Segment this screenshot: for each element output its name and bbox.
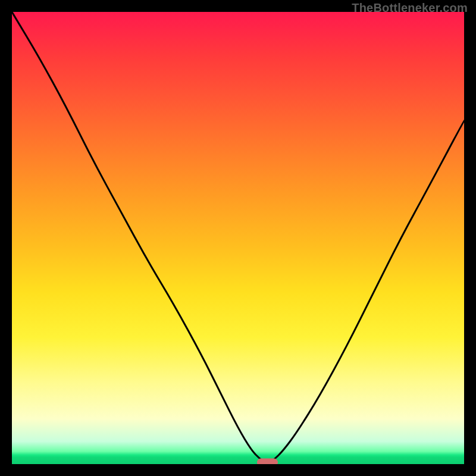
chart-frame: TheBottleneker.com [0, 0, 476, 476]
bottleneck-curve-layer [12, 12, 464, 464]
watermark-text: TheBottleneker.com [352, 1, 468, 15]
optimal-point-marker [257, 459, 277, 464]
bottleneck-curve [12, 12, 464, 463]
